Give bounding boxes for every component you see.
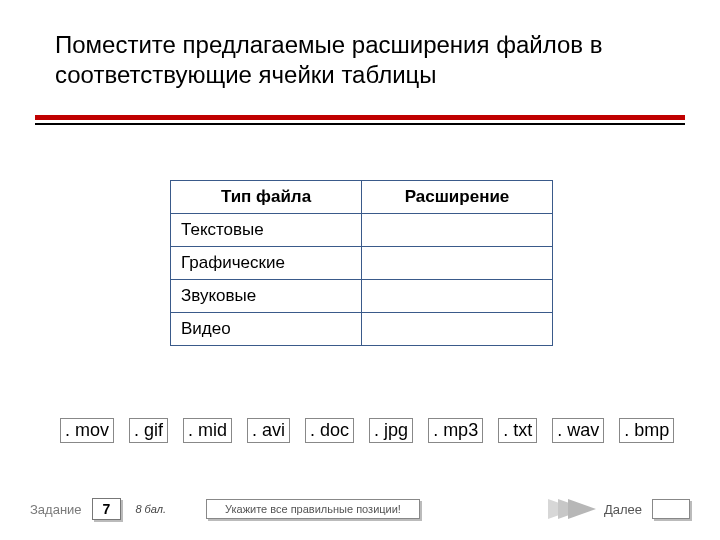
task-label: Задание [30, 502, 82, 517]
cell-ext-drop[interactable] [362, 313, 553, 346]
task-number: 7 [92, 498, 122, 520]
cell-ext-drop[interactable] [362, 247, 553, 280]
arrow-right-icon [548, 499, 596, 519]
cell-type: Звуковые [171, 280, 362, 313]
chip-bmp[interactable]: . bmp [619, 418, 674, 443]
col-header-ext: Расширение [362, 181, 553, 214]
points-label: 8 бал. [135, 503, 166, 515]
cell-ext-drop[interactable] [362, 280, 553, 313]
end-box[interactable] [652, 499, 690, 519]
cell-type: Текстовые [171, 214, 362, 247]
extension-chips: . mov . gif . mid . avi . doc . jpg . mp… [60, 418, 680, 443]
divider [35, 115, 685, 129]
chip-avi[interactable]: . avi [247, 418, 290, 443]
chip-wav[interactable]: . wav [552, 418, 604, 443]
footer: Задание 7 8 бал. Укажите все правильные … [30, 498, 690, 520]
next-label: Далее [604, 502, 642, 517]
chip-jpg[interactable]: . jpg [369, 418, 413, 443]
col-header-type: Тип файла [171, 181, 362, 214]
cell-type: Графические [171, 247, 362, 280]
chip-mid[interactable]: . mid [183, 418, 232, 443]
table-row: Текстовые [171, 214, 553, 247]
cell-type: Видео [171, 313, 362, 346]
table-row: Звуковые [171, 280, 553, 313]
table-row: Графические [171, 247, 553, 280]
chip-mp3[interactable]: . mp3 [428, 418, 483, 443]
file-type-table: Тип файла Расширение Текстовые Графическ… [170, 180, 553, 346]
instruction-box: Укажите все правильные позиции! [206, 499, 420, 519]
cell-ext-drop[interactable] [362, 214, 553, 247]
slide-title: Поместите предлагаемые расширения файлов… [55, 30, 680, 90]
chip-doc[interactable]: . doc [305, 418, 354, 443]
chip-txt[interactable]: . txt [498, 418, 537, 443]
next-button[interactable]: Далее [548, 499, 642, 519]
chip-mov[interactable]: . mov [60, 418, 114, 443]
table-row: Видео [171, 313, 553, 346]
slide: Поместите предлагаемые расширения файлов… [0, 0, 720, 540]
chip-gif[interactable]: . gif [129, 418, 168, 443]
